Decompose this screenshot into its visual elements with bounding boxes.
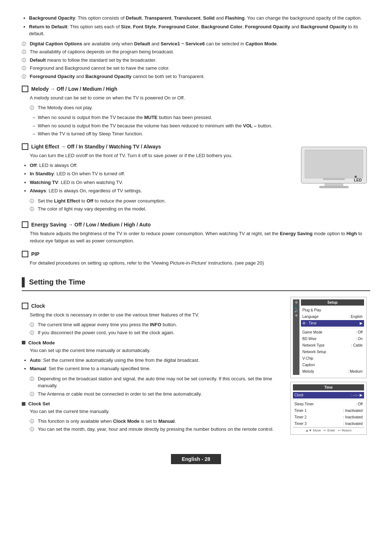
light-effect-section: LED Light Effect → Off / In Standby / Wa… [22, 143, 370, 216]
menu2-timer3: Timer 3: Inactivated [293, 421, 364, 427]
clock-mode-manual: Manual: Set the current time to a manual… [30, 365, 283, 372]
page-footer: English - 28 [22, 450, 370, 468]
energy-saving-description: This feature adjusts the brightness of t… [30, 230, 370, 245]
page-number: English - 28 [182, 456, 211, 462]
melody-note-1: The Melody does not play. [30, 104, 370, 111]
svg-rect-1 [305, 150, 363, 178]
clock-set-description: You can set the current time manually. [30, 408, 283, 416]
pip-heading: PIP [22, 251, 370, 257]
menu1-network-setup: Network Setup [301, 349, 364, 355]
menu1-melody: Melody: Medium [301, 368, 364, 375]
clock-set-notes: This function is only available when Clo… [30, 418, 283, 433]
background-opacity-bold: Background Opacity [29, 15, 75, 21]
clock-mode-auto: Auto: Set the current time automatically… [30, 357, 283, 364]
menu2-clock: Clock: --:-- ▶ [293, 392, 364, 398]
clock-mode-description: You can set up the current time manually… [30, 347, 283, 355]
menu1-network-type: Network Type: Cable [301, 342, 364, 349]
top-section: Background Opacity: This option consists… [22, 15, 370, 80]
clock-mode-bullets: Auto: Set the current time automatically… [30, 357, 283, 372]
menu1-bd-wise: BD Wise: On [301, 336, 364, 342]
background-opacity-list: Background Opacity: This option consists… [29, 15, 370, 37]
return-default-bold: Return to Default [29, 24, 67, 29]
energy-saving-heading: Energy Saving → Off / Low / Medium / Hig… [22, 221, 370, 228]
clock-mode-notes: Depending on the broadcast station and s… [30, 375, 283, 398]
clock-set-note-2: You can set the month, day, year, hour a… [30, 426, 283, 433]
note-opacity: Foreground Opacity and Background Opacit… [22, 73, 370, 80]
melody-dash-1: When no sound is output from the TV beca… [33, 114, 370, 121]
melody-description: A melody sound can be set to come on whe… [30, 94, 370, 102]
menu2-footer: ▲▼ Move ↵ Enter ↩ Return [293, 427, 364, 432]
pip-description: For detailed procedures on setting up op… [30, 259, 370, 267]
background-opacity-item: Background Opacity: This option consists… [29, 15, 370, 22]
clock-mode-note-2: The Antenna or cable must be connected i… [30, 390, 283, 398]
clock-note-2: If you disconnect the power cord, you ha… [30, 329, 283, 336]
clock-images-column: ⚙ 📺 🔊 ⚙ Setup Plug & Play Language: Engl… [290, 297, 370, 435]
menu1-vchip: V-Chip [301, 355, 364, 362]
melody-dash-list: When no sound is output from the TV beca… [33, 114, 370, 138]
note-digital-caption: Digital Caption Options are available on… [22, 40, 370, 48]
menu1-plug-play: Plug & Play [301, 307, 364, 314]
energy-saving-section: Energy Saving → Off / Low / Medium / Hig… [22, 221, 370, 245]
melody-section: Melody → Off / Low / Medium / High A mel… [22, 86, 370, 138]
clock-set-heading: Clock Set [22, 401, 283, 406]
clock-heading: Clock [22, 303, 283, 309]
melody-dash-3: When the TV is turned off by Sleep Timer… [33, 130, 370, 138]
caption-notes-list: Digital Caption Options are available on… [22, 40, 370, 80]
light-effect-heading: Light Effect → Off / In Standby / Watchi… [22, 143, 290, 150]
melody-heading: Melody → Off / Low / Medium / High [22, 86, 370, 92]
time-menu-title: Time [293, 384, 364, 390]
note-default: Default means to follow the standard set… [22, 57, 370, 64]
svg-rect-6 [323, 178, 345, 180]
menu1-time: ⚙ · Time▶ [301, 320, 364, 327]
return-to-default-item: Return to Default: This option sets each… [29, 23, 370, 37]
clock-mode-note-1: Depending on the broadcast station and s… [30, 375, 283, 389]
clock-set-note-1: This function is only available when Clo… [30, 418, 283, 425]
chapter-heading-bar [22, 277, 25, 287]
tv-svg: LED [298, 143, 370, 191]
menu1-caption: Caption [301, 362, 364, 368]
svg-rect-2 [325, 183, 343, 186]
menu1-game-mode: Game Mode: Off [301, 329, 364, 336]
le-note-1: Set the Light Effect to Off to reduce th… [30, 197, 370, 205]
clock-note-1: The current time will appear every time … [30, 321, 283, 328]
melody-notes: The Melody does not play. [30, 104, 370, 111]
tv-led-image: LED [298, 143, 370, 191]
menu2-sleep-timer: Sleep Timer: Off [293, 401, 364, 408]
svg-text:LED: LED [354, 178, 362, 182]
menu2-timer2: Timer 2: Inactivated [293, 414, 364, 421]
chapter-title: Setting the Time [29, 278, 85, 286]
note-availability: The availability of captions depends on … [22, 48, 370, 56]
svg-rect-3 [319, 186, 348, 188]
menu2-timer1: Timer 1: Inactivated [293, 408, 364, 414]
page-number-box: English - 28 [171, 454, 221, 464]
note-foreground-bg: Foreground and Background cannot be set … [22, 65, 370, 72]
chapter-heading-setting-time: Setting the Time [22, 277, 370, 291]
melody-dash-2: When no sound is output from the TV beca… [33, 122, 370, 130]
clock-text-column: Clock Setting the clock is necessary in … [22, 297, 283, 436]
clock-notes: The current time will appear every time … [30, 321, 283, 336]
setup-menu-title: Setup [301, 299, 364, 306]
clock-mode-heading: Clock Mode [22, 340, 283, 345]
menu1-language: Language: English [301, 314, 364, 320]
setup-menu-screenshot: ⚙ 📺 🔊 ⚙ Setup Plug & Play Language: Engl… [290, 297, 367, 378]
time-menu-screenshot: Time Clock: --:-- ▶ Sleep Timer: Off Tim… [290, 382, 367, 435]
clock-section: Clock Setting the clock is necessary in … [22, 297, 370, 436]
svg-point-5 [355, 176, 357, 178]
pip-section: PIP For detailed procedures on setting u… [22, 251, 370, 267]
clock-description: Setting the clock is necessary in order … [30, 311, 283, 319]
le-note-2: The color of light may vary depending on… [30, 205, 370, 213]
light-effect-notes: Set the Light Effect to Off to reduce th… [30, 197, 370, 213]
